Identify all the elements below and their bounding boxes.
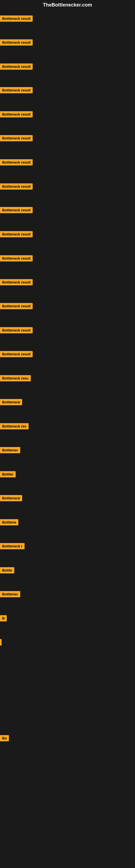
bottleneck-badge: Bottleneck result xyxy=(0,87,33,93)
bottleneck-badge: Bottleneck result xyxy=(0,63,33,70)
bottleneck-badge: Bottleneck result xyxy=(0,255,33,261)
bottleneck-badge: Bottleneck result xyxy=(0,207,33,213)
bottleneck-item[interactable]: Bottleneck result xyxy=(0,111,33,119)
bottleneck-item[interactable]: Bottleneck r xyxy=(0,543,25,550)
bottleneck-badge: Bottleneck result xyxy=(0,16,33,22)
bottleneck-item[interactable]: Bottleneck result xyxy=(0,279,33,286)
bottleneck-item[interactable]: Bottlenec xyxy=(0,447,20,454)
bottleneck-item[interactable]: Bottleneck xyxy=(0,399,22,406)
bottleneck-item[interactable]: Bottleneck result xyxy=(0,135,33,143)
bottleneck-badge: Bottleneck result xyxy=(0,279,33,285)
bottleneck-badge: Bottleneck result xyxy=(0,111,33,118)
bottleneck-item[interactable]: Bottleneck result xyxy=(0,207,33,214)
bottleneck-badge: B xyxy=(0,615,7,621)
bottleneck-badge: Bottleneck result xyxy=(0,135,33,141)
bottleneck-badge: Bottleneck result xyxy=(0,303,33,309)
bottleneck-badge: Bottleneck r xyxy=(0,543,25,549)
bottleneck-item[interactable]: Bottlene xyxy=(0,519,18,527)
bottleneck-badge: Bottleneck res xyxy=(0,423,29,429)
bottleneck-item[interactable]: Bottleneck result xyxy=(0,63,33,71)
bottleneck-item[interactable]: Bottler xyxy=(0,471,16,478)
bottleneck-badge: Bottlenec xyxy=(0,591,20,597)
bottleneck-badge: Bottleneck result xyxy=(0,231,33,237)
bottleneck-item[interactable]: Bottleneck resu xyxy=(0,375,31,382)
bottleneck-badge: Bo xyxy=(0,735,9,741)
bottleneck-item[interactable]: Bottleneck result xyxy=(0,183,33,191)
bottleneck-item[interactable]: Bottleneck result xyxy=(0,16,33,23)
bottleneck-item[interactable]: Bo xyxy=(0,735,9,742)
bottleneck-item[interactable]: Bottleneck result xyxy=(0,39,33,46)
bottleneck-item[interactable]: B xyxy=(0,615,7,622)
bottleneck-badge: Bottleneck xyxy=(0,399,22,405)
bottleneck-item[interactable]: Bottleneck res xyxy=(0,423,29,431)
bottleneck-badge: Bottlene xyxy=(0,519,18,525)
bottleneck-badge: Bottleneck xyxy=(0,495,22,501)
bottleneck-item[interactable]: Bottleneck result xyxy=(0,351,33,358)
bottleneck-badge: Bottleneck result xyxy=(0,39,33,45)
bottleneck-item[interactable]: Bottleneck result xyxy=(0,255,33,262)
bottleneck-badge: Bottleneck result xyxy=(0,327,33,333)
bottleneck-item[interactable]: Bottlenec xyxy=(0,591,20,598)
bottleneck-badge: Bottleneck resu xyxy=(0,375,31,381)
bottleneck-badge: Bottle xyxy=(0,567,14,574)
bottleneck-badge: Bottleneck result xyxy=(0,183,33,190)
bottleneck-item[interactable]: Bottleneck result xyxy=(0,159,33,166)
site-title: TheBottlenecker.com xyxy=(0,0,135,10)
bottleneck-item xyxy=(0,639,2,646)
bottleneck-item[interactable]: Bottleneck result xyxy=(0,303,33,310)
bottleneck-item[interactable]: Bottleneck result xyxy=(0,87,33,94)
bottleneck-item[interactable]: Bottleneck result xyxy=(0,327,33,335)
bottleneck-badge: Bottleneck result xyxy=(0,159,33,165)
bottleneck-item[interactable]: Bottleneck result xyxy=(0,231,33,239)
bottleneck-badge: Bottleneck result xyxy=(0,351,33,357)
bottleneck-badge: Bottlenec xyxy=(0,447,20,453)
bottleneck-item[interactable]: Bottle xyxy=(0,567,14,575)
bottleneck-badge: Bottler xyxy=(0,471,16,477)
bottleneck-item[interactable]: Bottleneck xyxy=(0,495,22,502)
